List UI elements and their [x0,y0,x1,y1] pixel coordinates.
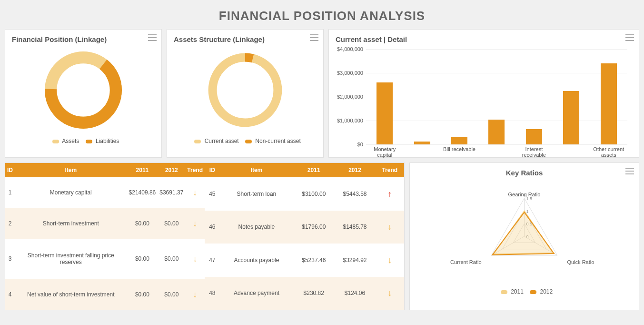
legend-label: 2012 [540,288,553,295]
table-cell-trend: ↓ [376,244,404,277]
table-cell-trend: ↓ [185,208,205,239]
donut-chart-assets [174,47,317,135]
table-cell: 46 [205,211,220,244]
table-row[interactable]: 4Net value of short-term investment$0.00… [5,279,205,310]
x-axis-label [478,146,515,158]
bar-column [515,49,553,144]
card-title: Key Ratios [416,169,632,177]
table-row[interactable]: 3Short-term investment falling price res… [5,239,205,279]
bar-rect [488,120,505,145]
bar-rect [451,137,467,144]
table-cell: $0.00 [158,239,185,279]
table-header: ID [205,163,220,177]
table-cell: Net value of short-term investment [15,279,127,310]
table-cell: Accounts payable [220,244,293,277]
x-axis-label: Monetary capital [366,146,403,158]
card-title: Financial Position (Linkage) [12,35,155,43]
radar-axis-label: Current Ratio [450,259,481,265]
table-header: Trend [185,163,205,177]
table-cell: $0.00 [127,208,158,239]
legend-swatch [501,290,507,294]
table-cell: Short-term loan [220,177,293,211]
menu-icon[interactable] [625,34,634,41]
table-header: 2011 [293,163,334,177]
table-row[interactable]: 47Accounts payable$5237.46$3294.92↓ [205,244,404,277]
table-cell: $3100.00 [293,177,334,211]
arrow-down-icon: ↓ [193,219,197,228]
menu-icon[interactable] [148,34,157,41]
svg-text:1: 1 [526,209,529,214]
table-header: Item [220,163,293,177]
card-title: Assets Structure (Linkage) [174,35,317,43]
table-cell: 3 [5,239,15,279]
assets-structure-card: Assets Structure (Linkage) Current asset… [167,29,324,158]
x-axis-label [403,146,440,158]
table-cell: $0.00 [127,239,158,279]
y-axis-label: $4,000,000 [336,46,363,52]
bar-x-axis: Monetary capitalBill receivableInterest … [366,146,627,158]
table-row[interactable]: 2Short-term investment$0.00$0.00↓ [5,208,205,239]
table-cell: 1 [5,177,15,208]
table-cell: $0.00 [127,279,158,310]
table-row[interactable]: 46Notes payable$1796.00$1485.78↓ [205,211,404,244]
legend-label: 2011 [511,288,524,295]
x-axis-label: Interest receivable [515,146,553,158]
radar-legend: 2011 2012 [416,288,632,295]
table-cell-trend: ↑ [376,177,404,211]
bar-rect [376,82,393,144]
radar-axis-label: Gearing Ratio [508,192,541,197]
financial-position-card: Financial Position (Linkage) Assets Liab… [5,29,162,158]
card-title: Current asset | Detail [336,35,632,43]
bar-column [441,49,478,144]
legend-label: Assets [62,138,79,144]
table-header: ID [5,163,15,177]
table-cell: Notes payable [220,211,293,244]
table-header: 2011 [127,163,158,177]
y-axis-label: $0 [336,142,363,147]
table-cell: $1485.78 [334,211,375,244]
table-cell: Short-term investment falling price rese… [15,239,127,279]
table-cell: $0.00 [158,208,185,239]
menu-icon[interactable] [310,34,318,41]
legend-swatch [52,140,59,143]
arrow-down-icon: ↓ [387,255,392,265]
legend-swatch [194,140,201,143]
table-row[interactable]: 1Monetary capital$21409.86$3691.37↓ [5,177,205,208]
table-cell-trend: ↓ [185,177,205,208]
legend-swatch [530,290,536,294]
table-cell-trend: ↓ [376,211,404,244]
table-cell-trend: ↓ [185,279,205,310]
radar-axis-label: Quick Ratio [567,259,594,265]
table-row[interactable]: 45Short-term loan$3100.00$5443.58↑ [205,177,404,211]
arrow-down-icon: ↓ [193,188,197,197]
bar-column [478,49,515,144]
bar-column [403,49,440,144]
x-axis-label: Other current assets [590,146,627,158]
legend-label: Current asset [205,138,239,144]
menu-icon[interactable] [625,168,634,174]
arrow-down-icon: ↓ [193,290,197,299]
table-row[interactable]: 48Advance payment$230.82$124.06↓ [205,277,404,310]
table-cell: 4 [5,279,15,310]
table-cell: Short-term investment [15,208,127,239]
y-axis-label: $2,000,000 [336,94,363,100]
bar-chart: $0$1,000,000$2,000,000$3,000,000$4,000,0… [366,49,627,144]
table-cell: $21409.86 [127,177,158,208]
table-cell: $3294.92 [334,244,375,277]
page-title: FINANCIAL POSITION ANALYSIS [0,0,644,29]
y-axis-label: $1,000,000 [336,118,363,123]
legend-label: Non-current asset [255,138,300,144]
legend-swatch [86,140,92,143]
donut-legend: Current asset Non-current asset [174,138,317,144]
table-cell: 45 [205,177,220,211]
x-axis-label: Bill receivable [441,146,478,158]
bar-column [553,49,590,144]
donut-chart-financial [12,47,155,135]
data-table-left: IDItem20112012Trend 1Monetary capital$21… [5,163,205,310]
grid-line [366,144,627,145]
table-header: Item [15,163,127,177]
table-cell: $5237.46 [293,244,334,277]
table-cell: Monetary capital [15,177,127,208]
table-cell: 2 [5,208,15,239]
data-table-panel: IDItem20112012Trend 1Monetary capital$21… [5,162,405,310]
